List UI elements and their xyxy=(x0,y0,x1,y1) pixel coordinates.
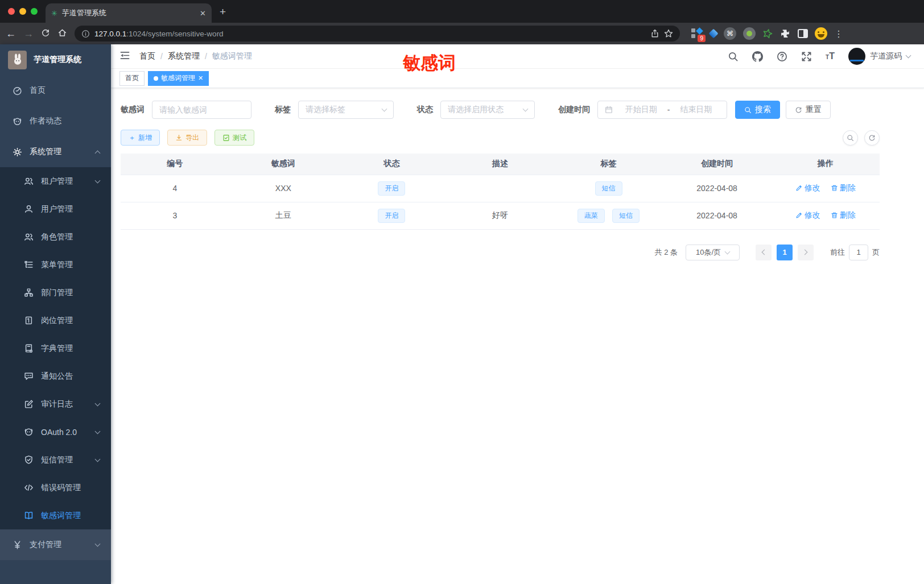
col-status: 状态 xyxy=(337,154,446,175)
page-size-select[interactable]: 10条/页 xyxy=(686,245,740,260)
next-page-button[interactable] xyxy=(798,245,814,260)
kite-extension-icon[interactable] xyxy=(709,29,719,39)
collapse-sidebar-icon[interactable] xyxy=(119,50,130,63)
github-icon[interactable] xyxy=(752,51,763,62)
sidebar-item-home[interactable]: 首页 xyxy=(0,75,111,106)
shield-check-icon xyxy=(24,455,34,465)
window-controls[interactable] xyxy=(0,8,46,23)
user-avatar xyxy=(848,48,865,65)
grid-extension-icon[interactable]: 9 xyxy=(691,27,703,40)
reload-icon[interactable] xyxy=(41,28,50,39)
trash-icon xyxy=(831,184,838,192)
keyword-label: 敏感词 xyxy=(121,105,145,115)
new-tab-button[interactable]: + xyxy=(220,6,226,18)
sidebar-item-oauth[interactable]: OAuth 2.0 xyxy=(0,418,111,446)
close-window-button[interactable] xyxy=(8,8,15,15)
col-tags: 标签 xyxy=(554,154,663,175)
chevron-down-icon xyxy=(382,106,387,112)
command-extension-icon[interactable]: ⌘ xyxy=(724,27,736,40)
calendar-icon xyxy=(605,106,613,114)
delete-link[interactable]: 删除 xyxy=(831,210,856,221)
site-info-icon[interactable] xyxy=(81,30,90,38)
chevron-down-icon xyxy=(95,428,101,434)
user-menu[interactable]: 芋道源码 xyxy=(848,48,910,65)
dictionary-book-icon xyxy=(24,343,34,353)
share-icon[interactable] xyxy=(650,29,659,38)
edit-link[interactable]: 修改 xyxy=(795,210,820,221)
delete-link[interactable]: 删除 xyxy=(831,183,856,193)
table-row: 3 土豆 开启 好呀 蔬菜 短信 2022-04-08 修改 删除 xyxy=(121,202,880,229)
reset-button[interactable]: 重置 xyxy=(786,101,831,119)
status-select[interactable]: 请选择启用状态 xyxy=(440,101,535,119)
sidebar-item-audit[interactable]: 审计日志 xyxy=(0,390,111,418)
sidebar-item-sms[interactable]: 短信管理 xyxy=(0,446,111,474)
sidebar-item-post[interactable]: 岗位管理 xyxy=(0,307,111,334)
add-button[interactable]: ＋ 新增 xyxy=(121,130,160,146)
sidebar-item-notice[interactable]: 通知公告 xyxy=(0,362,111,390)
goto-page-input[interactable] xyxy=(849,245,868,260)
active-dot xyxy=(154,76,158,81)
col-word: 敏感词 xyxy=(229,154,338,175)
search-button[interactable]: 搜索 xyxy=(735,101,780,119)
chevron-down-icon xyxy=(95,456,101,462)
maximize-window-button[interactable] xyxy=(31,8,38,15)
sidebar-item-pay[interactable]: 支付管理 xyxy=(0,529,111,560)
font-size-icon[interactable]: TT xyxy=(826,51,835,61)
bookmark-star-icon[interactable] xyxy=(664,29,673,38)
author-face-icon xyxy=(13,117,22,126)
sidebar-item-author[interactable]: 作者动态 xyxy=(0,106,111,136)
export-button[interactable]: 导出 xyxy=(167,130,207,146)
sidebar-item-system[interactable]: 系统管理 xyxy=(0,136,111,167)
edit-link[interactable]: 修改 xyxy=(795,183,820,193)
extensions-puzzle-icon[interactable] xyxy=(779,28,791,39)
tab-close-icon[interactable]: ✕ xyxy=(200,9,206,18)
keyword-input[interactable] xyxy=(159,105,244,114)
profile-avatar-icon[interactable] xyxy=(815,27,827,40)
current-page-button[interactable]: 1 xyxy=(777,245,793,260)
breadcrumb-home[interactable]: 首页 xyxy=(139,51,155,61)
show-search-button[interactable] xyxy=(843,130,858,146)
notice-bubble-icon xyxy=(24,371,34,381)
browser-toolbar: ← → 127.0.0.1:1024/system/sensitive-word… xyxy=(0,23,924,44)
forward-icon[interactable]: → xyxy=(23,28,34,39)
minimize-window-button[interactable] xyxy=(19,8,26,15)
sidebar-item-dept[interactable]: 部门管理 xyxy=(0,279,111,307)
chevron-down-icon xyxy=(95,177,101,183)
url-bar[interactable]: 127.0.0.1:1024/system/sensitive-word xyxy=(75,26,680,42)
table-header-row: 编号 敏感词 状态 描述 标签 创建时间 操作 xyxy=(121,154,880,175)
chevron-down-icon xyxy=(523,106,529,112)
back-icon[interactable]: ← xyxy=(6,28,16,39)
sidebar-item-sensitive-word[interactable]: 敏感词管理 xyxy=(0,502,111,529)
search-icon[interactable] xyxy=(728,51,739,62)
sidebar-item-errcode[interactable]: 错误码管理 xyxy=(0,474,111,502)
url-host: 127.0.0.1 xyxy=(94,30,126,38)
breadcrumb-system[interactable]: 系统管理 xyxy=(168,51,200,61)
fullscreen-icon[interactable] xyxy=(801,51,812,62)
close-tag-icon[interactable]: ✕ xyxy=(198,74,203,82)
refresh-table-button[interactable] xyxy=(864,130,880,146)
annotation-text: 敏感词 xyxy=(403,51,456,75)
help-icon[interactable] xyxy=(777,51,787,62)
tag-home[interactable]: 首页 xyxy=(119,71,145,86)
date-range-picker[interactable]: 开始日期 - 结束日期 xyxy=(597,101,727,119)
sidebar-item-dict[interactable]: 字典管理 xyxy=(0,334,111,362)
refresh-icon xyxy=(795,106,802,114)
prev-page-button[interactable] xyxy=(756,245,772,260)
sidebar-item-user[interactable]: 用户管理 xyxy=(0,195,111,223)
sidebar-item-menu[interactable]: 菜单管理 xyxy=(0,251,111,279)
side-panel-icon[interactable] xyxy=(798,29,808,38)
sidebar-item-role[interactable]: 角色管理 xyxy=(0,223,111,251)
goto-label: 前往 xyxy=(830,247,845,258)
table-row: 4 XXX 开启 短信 2022-04-08 修改 删除 xyxy=(121,175,880,202)
chevron-down-icon xyxy=(95,541,101,547)
status-filter-label: 状态 xyxy=(417,105,433,115)
browser-tab[interactable]: ✳ 芋道管理系统 ✕ xyxy=(46,3,212,23)
record-extension-icon[interactable] xyxy=(743,27,756,40)
tag-sensitive-word[interactable]: 敏感词管理 ✕ xyxy=(148,71,209,86)
sidebar-item-tenant[interactable]: 租户管理 xyxy=(0,167,111,195)
tag-select[interactable]: 请选择标签 xyxy=(298,101,394,119)
test-button[interactable]: 测试 xyxy=(214,130,254,146)
browser-menu-icon[interactable]: ⋮ xyxy=(834,28,843,39)
home-icon[interactable] xyxy=(57,28,67,39)
star-extension-icon[interactable] xyxy=(762,28,773,39)
